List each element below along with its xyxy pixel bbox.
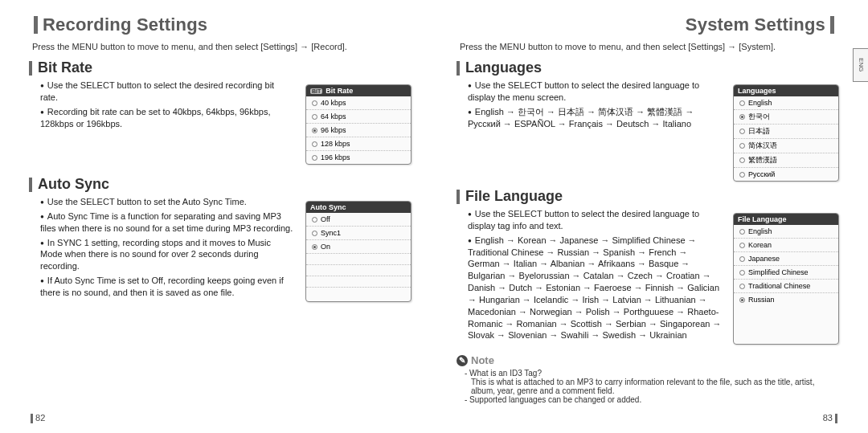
section-bullet-icon [29,61,32,76]
section-head-bitrate: Bit Rate [29,59,411,76]
screen-item: 196 kbps [321,153,350,161]
page-title-left: Recording Settings [43,14,207,35]
bullet: English → 한국어 → 日本語 → 简体汉语 → 繁體漢語 → Русс… [468,106,722,130]
title-bar-left: Recording Settings [29,14,411,35]
bullet: Recording bit rate can be set to 40kbps,… [40,106,294,130]
heading-filelang: File Language [465,188,563,205]
bitrate-bullets: Use the SELECT button to select the desi… [40,80,294,129]
screen-item: 40 kbps [321,99,346,107]
screen-item: Sync1 [321,229,341,237]
screen-item: On [321,243,330,251]
screen-badge: BIT [310,88,322,94]
side-tab-lang: ENG [853,48,868,82]
screen-item: English [748,99,772,107]
title-sep-icon [830,16,834,34]
title-bar-right: System Settings [457,14,839,35]
section-bullet-icon [457,61,460,76]
heading-languages: Languages [465,59,542,76]
section-bullet-icon [29,178,32,192]
screen-item: Off [321,215,330,223]
section-head-languages: Languages [457,59,839,76]
note-extra: - Supported languages can be changed or … [465,395,839,404]
heading-autosync: Auto Sync [38,176,109,193]
intro-text-right: Press the MENU button to move to menu, a… [460,42,839,51]
screen-item: 日本語 [748,126,770,137]
screen-item: 繁體漢語 [748,155,777,165]
page-title-right: System Settings [686,14,825,35]
screen-item: 简体汉语 [748,141,777,151]
screen-title: Bit Rate [326,87,353,95]
screen-item: 64 kbps [321,112,346,121]
bullet: Use the SELECT button to select the desi… [40,80,294,104]
note-label: Note [471,354,494,366]
note-icon: ✎ [457,355,468,366]
screen-title: File Language [738,215,787,223]
heading-bitrate: Bit Rate [38,59,92,76]
screen-item: 96 kbps [321,126,346,134]
screen-bitrate: BIT Bit Rate 40 kbps 64 kbps 96 kbps 128… [305,84,411,165]
bullet: Auto Sync Time is a function for separat… [40,210,294,235]
languages-bullets: Use the SELECT button to select the desi… [468,80,722,129]
bullet: Use the SELECT button to set the Auto Sy… [40,196,294,208]
screen-item: English [748,227,772,235]
screen-item: Traditional Chinese [748,282,810,290]
filelang-bullets: Use the SELECT button to select the desi… [468,208,722,341]
autosync-bullets: Use the SELECT button to set the Auto Sy… [40,196,294,299]
note-block: ✎ Note - What is an ID3 Tag? This is wha… [457,354,839,404]
screen-item: 한국어 [748,112,770,122]
intro-text-left: Press the MENU button to move to menu, a… [32,42,411,51]
screen-item: Русский [748,170,775,178]
screen-item: Simplified Chinese [748,268,809,276]
bullet: Use the SELECT button to select the desi… [468,80,722,104]
bullet: In SYNC 1 setting, recording stops and i… [40,237,294,273]
page-number-right: 83 [823,413,837,423]
bullet: Use the SELECT button to select the desi… [468,208,722,232]
screen-filelang: File Language English Korean Japanese Si… [733,213,839,345]
screen-title: Auto Sync [310,203,346,211]
section-head-autosync: Auto Sync [29,176,411,193]
screen-item: Korean [748,241,772,249]
section-bullet-icon [457,190,460,204]
bullet: English → Korean → Japanese → Simplified… [468,235,722,342]
screen-languages: Languages English 한국어 日本語 简体汉语 繁體漢語 Русс… [733,84,839,182]
screen-item: 128 kbps [321,140,350,148]
note-answer: This is what is attached to an MP3 to ca… [471,378,839,395]
note-question: - What is an ID3 Tag? [465,369,839,378]
bullet: If Auto Sync Time is set to Off, recordi… [40,275,294,299]
title-sep-icon [34,16,38,34]
section-head-filelang: File Language [457,188,839,205]
screen-item: Russian [748,296,775,304]
screen-title: Languages [738,87,776,95]
screen-autosync: Auto Sync Off Sync1 On [305,201,411,302]
screen-item: Japanese [748,255,780,263]
page-left: Recording Settings Press the MENU button… [0,0,434,433]
page-number-left: 82 [31,413,45,423]
page-right: System Settings Press the MENU button to… [434,0,868,433]
